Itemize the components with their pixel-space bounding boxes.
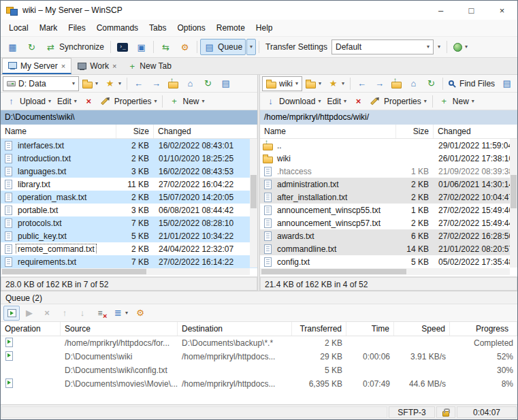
protocol-segment[interactable]: SFTP-3 [389,406,435,418]
file-row[interactable]: library.txt 11 KB 27/02/2022 16:04:22 [1,178,257,191]
queue-row[interactable]: D:\Documents\movies\Movie\... /home/mpri… [1,377,517,391]
bookmarks-button[interactable]: ★▾ [101,76,124,91]
file-row[interactable]: introduction.txt 2 KB 01/10/2020 18:25:2… [1,152,257,165]
new-button[interactable]: +New▾ [165,94,207,109]
file-row[interactable]: languages.txt 3 KB 16/02/2022 08:43:53 [1,165,257,178]
synchronize-browsing-button[interactable]: ⇆ [157,39,175,55]
remote-path-bar[interactable]: /home/mprikryl/httpdocs/wiki/ [260,110,517,125]
transfer-settings-button[interactable]: Transfer Settings [262,39,331,55]
menu-item[interactable]: Tabs [144,20,172,36]
horizontal-scrollbar[interactable] [260,268,510,275]
maximize-button[interactable]: □ [456,1,487,20]
tree-toggle-button[interactable]: ▤ [217,76,234,91]
properties-button[interactable]: Properties▾ [112,94,160,109]
delete-button[interactable]: × [80,94,97,109]
menu-item[interactable]: Options [172,20,210,36]
move-up-button[interactable]: ↑ [56,306,73,321]
queue-column-transferred[interactable]: Transferred [292,322,346,336]
explorer-view-button[interactable]: ▣ [132,39,150,55]
column-header-name[interactable]: Name [1,125,116,138]
delete-button[interactable]: × [350,94,367,109]
transfer-settings-dropdown-button[interactable]: ▾ [434,39,444,55]
queue-column-progress[interactable]: Progress [450,322,517,336]
queue-idle-options-button[interactable]: ≣▾ [110,306,131,321]
file-row[interactable]: after_installation.txt 2 KB 27/02/2022 1… [260,191,517,204]
refresh-button[interactable]: ↻ [423,76,440,91]
new-button[interactable]: +New▾ [436,94,477,109]
file-row[interactable]: protocols.txt 7 KB 15/02/2022 08:28:10 [1,216,257,229]
refresh-button[interactable]: ↻ [199,76,216,91]
rename-button[interactable] [98,94,111,109]
process-queue-button[interactable]: ▶ [21,306,37,321]
menu-item[interactable]: Mark [34,20,63,36]
minimize-button[interactable]: – [425,1,456,20]
menu-item[interactable]: Remote [211,20,250,36]
file-row[interactable]: operation_mask.txt 2 KB 15/07/2020 14:20… [1,191,257,204]
tab-close-icon[interactable]: × [61,62,65,70]
file-row[interactable]: commandline.txt 14 KB 21/01/2022 08:20:5… [260,242,517,255]
upload-button[interactable]: ↑Upload▾ [3,94,54,109]
menu-item[interactable]: Files [63,20,91,36]
tab-close-icon[interactable]: × [112,62,116,70]
queue-dropdown-button[interactable]: ▾ [246,39,256,55]
session-color-button[interactable]: ▾ [450,39,471,55]
file-row[interactable]: announcement_winscp57.txt 2 KB 27/02/202… [260,216,517,229]
refresh-session-button[interactable]: ↻ [22,39,41,55]
queue-show-toggle-button[interactable] [3,306,20,321]
file-row[interactable]: remote_command.txt 2 KB 24/04/2022 12:32… [1,242,257,255]
home-button[interactable]: ⌂ [182,76,199,91]
tab-work[interactable]: Work × [72,58,122,74]
file-row[interactable]: wiki 26/01/2022 17:38:10 [260,152,517,165]
find-files-button[interactable]: Find Files [446,76,498,91]
parent-directory-button[interactable] [165,76,181,91]
column-header-size[interactable]: Size [116,125,154,138]
scrollbar-thumb[interactable] [250,175,257,208]
open-directory-button[interactable]: ▾ [303,76,324,91]
queue-column-destination[interactable]: Destination [178,322,292,336]
file-row[interactable]: requirements.txt 7 KB 27/02/2022 16:14:2… [1,255,257,268]
forward-button[interactable]: → [148,76,165,91]
vertical-scrollbar[interactable] [250,139,257,268]
file-row[interactable]: announcement_winscp55.txt 1 KB 27/02/202… [260,204,517,216]
file-row[interactable]: .htaccess 1 KB 21/09/2022 08:39:38 [260,165,517,178]
queue-preferences-button[interactable]: ⚙ [132,306,148,321]
delete-all-queue-button[interactable]: ≡ [92,306,108,321]
queue-toggle-button[interactable]: ▤Queue [200,39,246,55]
queue-row[interactable]: D:\Documents\wiki /home/mprikryl/httpdoc… [1,350,517,364]
forward-button[interactable]: → [371,76,388,91]
column-header-name[interactable]: Name [260,125,396,138]
synchronize-button[interactable]: ⇄Synchronize [42,39,108,55]
menu-item[interactable]: Local [3,20,34,36]
file-row[interactable]: public_key.txt 5 KB 21/01/2022 10:34:22 [1,229,257,242]
back-button[interactable]: ← [130,76,147,91]
queue-column-speed[interactable]: Speed [394,322,450,336]
menu-item[interactable]: Help [250,20,278,36]
transfer-preset-select[interactable]: Default▾ [331,39,434,54]
back-button[interactable]: ← [353,76,370,91]
delete-queue-item-button[interactable]: × [39,306,55,321]
menu-item[interactable]: Commands [91,20,144,36]
file-row[interactable]: administration.txt 2 KB 01/06/2021 14:30… [260,178,517,191]
scrollbar-thumb[interactable] [511,175,517,208]
column-header-size[interactable]: Size [396,125,434,138]
local-path-bar[interactable]: D:\Documents\wiki\ [1,110,257,125]
edit-button[interactable]: Edit▾ [324,94,349,109]
security-segment[interactable] [436,406,455,418]
properties-button[interactable]: Properties▾ [381,94,430,109]
scrollbar-thumb[interactable] [2,269,146,274]
file-row[interactable]: .. 29/01/2022 11:59:04 [260,139,517,152]
parent-directory-button[interactable] [389,76,404,91]
queue-row[interactable]: /home/mprikryl/httpdocs/for... D:\Docume… [1,336,517,350]
close-button[interactable]: × [487,1,517,20]
edit-button[interactable]: Edit▾ [54,94,80,109]
home-button[interactable]: ⌂ [405,76,422,91]
horizontal-scrollbar[interactable] [1,268,250,275]
remote-directory-selector[interactable]: wiki▾ [262,76,302,91]
file-row[interactable]: portable.txt 3 KB 06/08/2021 08:44:42 [1,204,257,216]
file-row[interactable]: awards.txt 6 KB 27/02/2022 16:28:50 [260,229,517,242]
bookmarks-button[interactable]: ★▾ [325,76,347,91]
scrollbar-thumb[interactable] [261,269,406,274]
file-row[interactable]: interfaces.txt 2 KB 16/02/2022 08:43:01 [1,139,257,152]
download-button[interactable]: ↓Download▾ [262,94,323,109]
tree-toggle-button[interactable]: ▤ [498,76,515,91]
